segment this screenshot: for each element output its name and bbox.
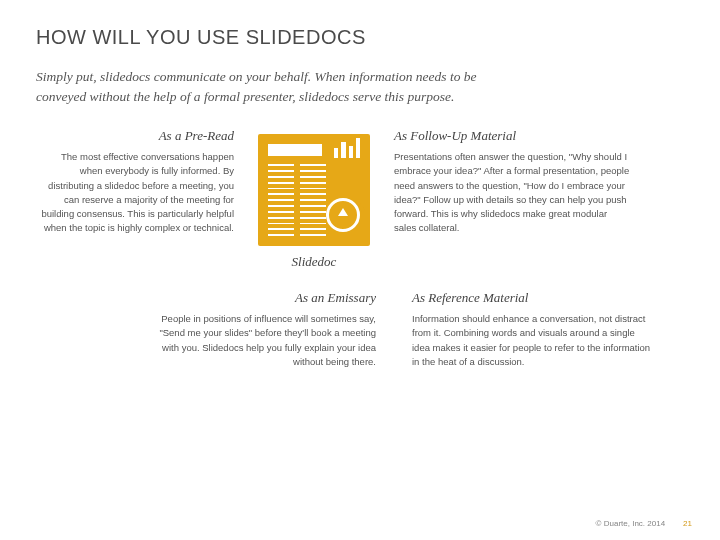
copyright: © Duarte, Inc. 2014 bbox=[596, 519, 666, 528]
arrow-up-icon bbox=[338, 208, 348, 216]
heading-emissary: As an Emissary bbox=[156, 290, 376, 306]
slidedoc-icon bbox=[258, 134, 370, 246]
quadrant-grid: As a Pre-Read The most effective convers… bbox=[36, 128, 684, 270]
text-lines-icon-2 bbox=[300, 164, 326, 236]
text-lines-icon bbox=[268, 164, 294, 236]
bar-chart-icon bbox=[334, 136, 360, 158]
progress-circle-icon bbox=[326, 198, 360, 232]
body-follow-up: Presentations often answer the question,… bbox=[394, 150, 630, 236]
body-reference: Information should enhance a conversatio… bbox=[412, 312, 652, 369]
column-left: As a Pre-Read The most effective convers… bbox=[36, 128, 234, 270]
center-label: Slidedoc bbox=[292, 254, 337, 270]
heading-reference: As Reference Material bbox=[412, 290, 652, 306]
intro-paragraph: Simply put, slidedocs communicate on you… bbox=[36, 67, 516, 106]
quadrant-row-bottom: As an Emissary People in positions of in… bbox=[36, 290, 684, 369]
heading-follow-up: As Follow-Up Material bbox=[394, 128, 630, 144]
column-right: As Follow-Up Material Presentations ofte… bbox=[394, 128, 630, 270]
icon-header-bar bbox=[268, 144, 322, 156]
body-emissary: People in positions of influence will so… bbox=[156, 312, 376, 369]
page-title: HOW WILL YOU USE SLIDEDOCS bbox=[36, 26, 684, 49]
cell-reference: As Reference Material Information should… bbox=[412, 290, 652, 369]
cell-emissary: As an Emissary People in positions of in… bbox=[156, 290, 376, 369]
column-center: Slidedoc bbox=[248, 128, 380, 270]
body-pre-read: The most effective conversations happen … bbox=[36, 150, 234, 236]
heading-pre-read: As a Pre-Read bbox=[159, 128, 234, 144]
footer: © Duarte, Inc. 2014 21 bbox=[596, 519, 692, 528]
page-number: 21 bbox=[683, 519, 692, 528]
